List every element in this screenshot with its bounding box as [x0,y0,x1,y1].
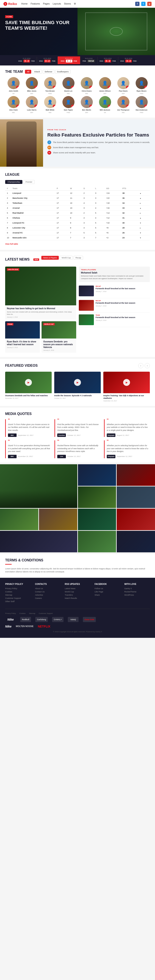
video-card-1[interactable]: ▶ Ousmane Dembele and his fellas and mat… [5,372,52,401]
filter-attack[interactable]: Attack [32,70,42,74]
player-card[interactable]: 👤 4 James Wilson DEF [96,77,113,94]
table-row[interactable]: 3 Tottenham 17 10 4 3 +18 34 ● [5,201,150,206]
filter-defense[interactable]: Defense [43,70,54,74]
news-list-item-2[interactable]: RECAP Forwards Brazil knocked at the las… [79,298,150,313]
score-item-4[interactable]: 04.01.2018 FEB 04:54 [80,57,98,64]
footer-link[interactable]: About Us [35,587,60,590]
footer-bottom-link[interactable]: Customer Support [39,612,53,614]
play-icon-2[interactable]: ▶ [74,379,81,386]
gallery-item-large-1[interactable] [0,464,77,508]
table-row[interactable]: 8 Leicester City 17 8 4 5 +8 28 ● [5,226,150,231]
play-icon-1[interactable]: ▶ [25,379,32,386]
player-card[interactable]: 👤 14 Sam Taylor FWD [60,96,77,113]
footer-bottom-link[interactable]: Sitemap [29,612,35,614]
footer-link[interactable]: Share [95,594,120,596]
gallery-item-6[interactable] [0,509,38,530]
news-card-sub2[interactable]: WORLD CUP Ousmane Dembele: pro season pr… [41,321,76,353]
footer-link[interactable]: Careers [35,597,60,599]
gallery-item-2[interactable] [78,464,116,486]
table-row[interactable]: 7 Liverpool FC 17 9 3 5 +10 30 ▼ [5,221,150,226]
score-item-2[interactable]: 02.01.2018 ENG 3 - 2 FEB [37,57,58,64]
table-row[interactable]: 9 Arsenal FC 17 7 5 5 +6 26 ▼ [5,231,150,235]
gallery-item-8[interactable] [78,509,116,530]
player-card[interactable]: 👤 3 Paul Davis DEF [115,77,131,94]
footer-bottom-link[interactable]: Privacy Policy [5,612,16,614]
score-item-5[interactable]: 05.01.2018 ENG 3 - 2 FEB [98,57,118,64]
gallery-item-10[interactable] [78,531,116,552]
gallery-item-11[interactable] [117,531,155,552]
footer-link[interactable]: Like Page [95,591,120,593]
nav-link-stores[interactable]: Stores [64,2,71,5]
player-card[interactable]: 👤 9 Tom Brown FWD [42,77,59,94]
player-card[interactable]: 👤 15 Ben Martin DEF [78,96,95,113]
footer-link[interactable]: World Cup [65,591,90,593]
news-card-sub1[interactable]: TEAM Ryan Bach: it's time to show what I… [5,321,40,353]
footer-link[interactable]: Other Stuff [5,600,30,603]
news-tab-worldcup[interactable]: World Cup [60,256,73,260]
nav-link-extra[interactable]: ⚙ [74,2,76,5]
footer-link[interactable]: Advertise [35,594,60,596]
footer-link[interactable]: RocketTheme [125,591,150,593]
player-card[interactable]: 👤 17 Joe Thompson MID [115,96,131,113]
googleplus-icon[interactable]: g [147,2,152,6]
footer-bottom-link[interactable]: Cookies [19,612,25,614]
nav-link-layouts[interactable]: Layouts [53,2,61,5]
video-card-3[interactable]: ▶ Inspire Training: Van Dijk 4 objective… [103,372,150,401]
gallery-item-large-2[interactable] [0,531,77,552]
footer-link[interactable]: Contact Us [35,591,60,593]
facebook-icon[interactable]: f [135,2,139,6]
footer-link[interactable]: Match Results [65,597,90,599]
table-row[interactable]: 1 Liverpool 17 12 2 3 +24 38 ▲ [5,191,150,196]
news-tab-players[interactable]: News & Players [41,256,59,260]
table-row[interactable]: 6 Chelsea 17 9 4 4 +12 31 ▲ [5,216,150,221]
table-row[interactable]: 10 Newcastle USA 17 7 3 7 +2 24 ▼ [5,235,150,240]
gallery-item-3[interactable] [117,464,155,486]
news-list-item-3[interactable]: TEAM Forwards Brazil knocked at the last… [79,313,150,327]
footer-link[interactable]: Cookies [5,591,30,593]
player-card[interactable]: 👤 5 Mike Jones DEF [24,77,40,94]
toggle-championship[interactable]: Championship [5,180,22,184]
score-item-1[interactable]: 01.01.2018 ENG 3 - 2 FEB [16,57,37,64]
gallery-item-5[interactable] [117,487,155,508]
footer-link[interactable]: Customer Support [5,597,30,599]
toggle-premier[interactable]: Premier [23,180,35,184]
player-card[interactable]: 👤 11 David Lee MID [60,77,77,94]
gallery-item-4[interactable] [78,487,116,508]
player-card[interactable]: 👤 1 John Smith GK [5,77,22,94]
filter-all[interactable]: All [25,70,32,74]
play-icon-3[interactable]: ▶ [123,379,130,386]
nav-logo[interactable]: ● Reiko [3,2,17,6]
gallery-item-9[interactable] [117,509,155,530]
player-card[interactable]: 👤 6 Alex Clark MID [5,96,22,113]
twitter-icon[interactable]: t [141,2,146,6]
nav-link-pages[interactable]: Pages [43,2,50,5]
table-row[interactable]: 4 Arsenal 17 10 3 4 +16 33 ▲ [5,206,150,211]
footer-link[interactable]: Follow Us [95,587,120,590]
news-list-item-1[interactable]: RECAP Forwards Brazil knocked at the las… [79,284,150,298]
player-card[interactable]: 👤 2 Luke Harris DEF [24,96,40,113]
player-card[interactable]: 👤 10 Ryan Moore FWD [133,77,150,94]
nav-link-home[interactable]: Home [21,2,28,5]
score-item-6[interactable]: 06.01.2018 ENG 3 - 2 FEB [118,57,139,64]
table-row[interactable]: 2 Manchester City 17 11 3 3 +22 36 ▲ [5,196,150,201]
videos-prev-button[interactable]: ‹ [138,363,143,368]
news-featured-card[interactable]: JAN 4TH 2018 Neymar has been failing to … [5,267,76,320]
video-card-2[interactable]: ▶ Inside the Season: Episode # 2 nationa… [54,372,101,401]
footer-link[interactable]: Transfers [65,594,90,596]
filter-goalkeepers[interactable]: Goalkeepers [55,70,71,74]
footer-link[interactable]: WordPress [125,594,150,596]
score-item-3[interactable]: 03.01.2018 ENG 3 - 2 FEB [58,56,80,64]
footer-link[interactable]: Privacy Policy [5,587,30,590]
news-tab-recap[interactable]: Recap [74,256,83,260]
player-card[interactable]: 👤 20 Dan Anderson FWD [133,96,150,113]
player-card[interactable]: 👤 7 Chris Evans MID [78,77,95,94]
table-row[interactable]: 5 Real Madrid 17 10 2 5 +14 32 ● [5,211,150,216]
player-card[interactable]: 👤 16 Will Jackson GK [96,96,113,113]
footer-link[interactable]: Latest News [65,587,90,590]
footer-link[interactable]: Gantry 5 [125,587,150,590]
videos-next-button[interactable]: › [145,363,150,368]
footer-link[interactable]: Sitemap [5,594,30,596]
view-full-table-link[interactable]: View full table [5,243,18,245]
player-card[interactable]: 👤 8 Matt White MID [42,96,59,113]
gallery-item-7[interactable] [39,509,77,530]
